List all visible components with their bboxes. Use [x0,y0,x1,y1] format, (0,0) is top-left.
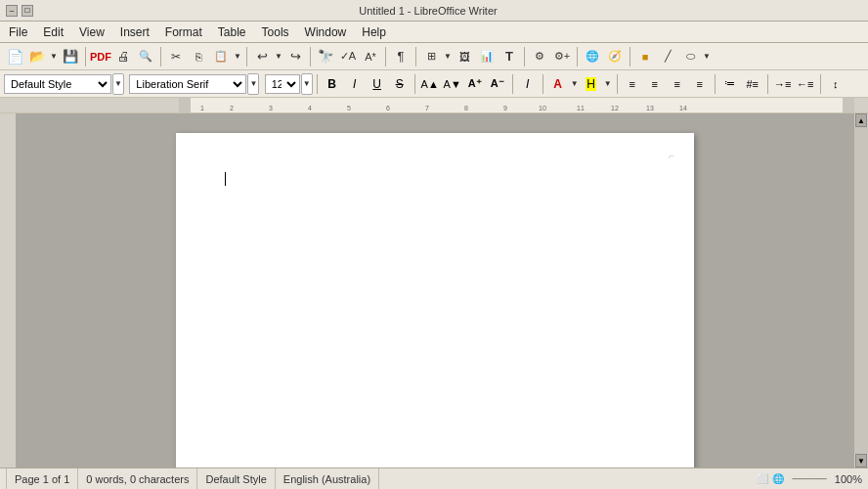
hyperlink-button[interactable]: 🌐 [582,46,603,67]
menubar: File Edit View Insert Format Table Tools… [0,22,868,43]
statusbar: Page 1 of 1 0 words, 0 characters Defaul… [0,467,868,489]
page-info: Page 1 of 1 [6,468,78,489]
macro-extras-button[interactable]: ⚙+ [551,46,573,67]
navigator-button[interactable]: 🧭 [604,46,626,67]
menu-item-format[interactable]: Format [158,23,209,41]
italic-style-button[interactable]: I [517,73,539,95]
font-grow-button[interactable]: A⁺ [464,73,486,95]
underline-icon: U [372,77,381,91]
font-bigger-button[interactable]: A▲ [419,73,441,95]
size-dropdown-btn[interactable]: ▼ [301,73,313,95]
toolbar-sep-7 [524,47,525,67]
document-page[interactable]: ⌐ [176,133,694,467]
color-picker-button[interactable]: ■ [634,46,656,67]
titlebar-controls: – □ [6,5,33,17]
line-icon: ╱ [665,50,672,63]
underline-button[interactable]: U [367,73,388,95]
cut-button[interactable]: ✂ [165,46,187,67]
zoom-level: 100% [835,473,862,485]
align-center-button[interactable]: ≡ [644,73,666,95]
paste-special-button[interactable]: ▼ [233,46,242,67]
font-grow-icon: A⁺ [468,77,482,90]
style-dropdown-btn[interactable]: ▼ [112,73,124,95]
align-right-button[interactable]: ≡ [667,73,688,95]
toolbar-sep-9 [629,47,630,67]
autocorrect-button[interactable]: A* [360,46,381,67]
bold-button[interactable]: B [322,73,343,95]
new-button[interactable]: 📄 [4,46,25,67]
toolbar-sep-3 [246,47,247,67]
menu-item-table[interactable]: Table [211,23,253,41]
print-preview-button[interactable]: 🔍 [135,46,156,67]
line-spacing-button[interactable]: ↕ [825,73,846,95]
draw-dropdown[interactable]: ▼ [702,46,712,67]
bullets-button[interactable]: ≔ [719,73,741,95]
save-button[interactable]: 💾 [60,46,81,67]
font-smaller-button[interactable]: A▼ [442,73,463,95]
italic-button[interactable]: I [344,73,366,95]
numbering-button[interactable]: #≡ [742,73,763,95]
font-shrink-button[interactable]: A⁻ [487,73,508,95]
redo-button[interactable]: ↪ [284,46,306,67]
open-icon: 📂 [29,49,45,64]
font-dropdown-btn[interactable]: ▼ [247,73,259,95]
align-justify-button[interactable]: ≡ [689,73,711,95]
font-color-dropdown[interactable]: ▼ [570,73,580,95]
toolbar-sep-2 [160,47,161,67]
maximize-button[interactable]: □ [22,5,33,17]
scroll-area[interactable]: ⌐ [16,113,854,467]
bullets-icon: ≔ [724,77,735,90]
menu-item-edit[interactable]: Edit [36,23,70,41]
minimize-button[interactable]: – [6,5,18,17]
web-view-icon[interactable]: 🌐 [772,473,784,484]
draw-button[interactable]: ⬭ [679,46,701,67]
style-name: Default Style [197,468,275,489]
menu-item-view[interactable]: View [72,23,111,41]
scroll-up-button[interactable]: ▲ [855,113,867,127]
font-color-button[interactable]: A [547,73,569,95]
insert-chart-button[interactable]: 📊 [476,46,498,67]
menu-item-file[interactable]: File [2,23,34,41]
style-select[interactable]: Default Style [4,74,111,94]
strikethrough-button[interactable]: S [389,73,411,95]
print-icon: 🖨 [117,49,130,64]
zoom-slider[interactable]: ───── [792,473,826,484]
insert-table-dropdown[interactable]: ▼ [443,46,453,67]
strikethrough-icon: S [396,77,404,91]
paste-button[interactable]: 📋 [210,46,232,67]
highlight-dropdown[interactable]: ▼ [603,73,613,95]
macro-button[interactable]: ⚙ [529,46,550,67]
line-button[interactable]: ╱ [657,46,678,67]
scroll-down-button[interactable]: ▼ [855,454,867,467]
spellcheck-button[interactable]: ✓A [337,46,359,67]
insert-image-button[interactable]: 🖼 [454,46,475,67]
align-justify-icon: ≡ [696,78,702,90]
pdf-export-button[interactable]: PDF [90,46,111,67]
font-size-select[interactable]: 12 [265,74,300,94]
highlight-button[interactable]: H [581,73,602,95]
font-select[interactable]: Liberation Serif [129,74,246,94]
undo-button[interactable]: ↩ [251,46,273,67]
format-marks-button[interactable]: ¶ [390,46,412,67]
vertical-scrollbar[interactable]: ▲ ▼ [854,113,868,467]
indent-more-button[interactable]: →≡ [772,73,794,95]
indent-less-button[interactable]: ←≡ [795,73,816,95]
spellcheck-icon: ✓A [340,50,356,63]
undo-history-button[interactable]: ▼ [274,46,283,67]
copy-button[interactable]: ⎘ [188,46,209,67]
menu-item-help[interactable]: Help [355,23,393,41]
insert-table-button[interactable]: ⊞ [420,46,442,67]
menu-item-tools[interactable]: Tools [255,23,296,41]
insert-textframe-button[interactable]: T [499,46,520,67]
fmt-sep-3 [512,74,513,94]
open-dropdown[interactable]: ▼ [49,46,59,67]
menu-item-insert[interactable]: Insert [113,23,156,41]
menu-item-window[interactable]: Window [298,23,354,41]
main-toolbar: 📄 📂 ▼ 💾 PDF 🖨 🔍 ✂ ⎘ 📋 ▼ ↩ ▼ ↪ 🔭 ✓A A* [0,43,868,70]
print-button[interactable]: 🖨 [112,46,134,67]
find-replace-button[interactable]: 🔭 [315,46,336,67]
open-button[interactable]: 📂 [26,46,48,67]
align-left-button[interactable]: ≡ [622,73,643,95]
copy-icon: ⎘ [195,51,202,63]
standard-view-icon[interactable]: ⬜ [757,473,768,484]
